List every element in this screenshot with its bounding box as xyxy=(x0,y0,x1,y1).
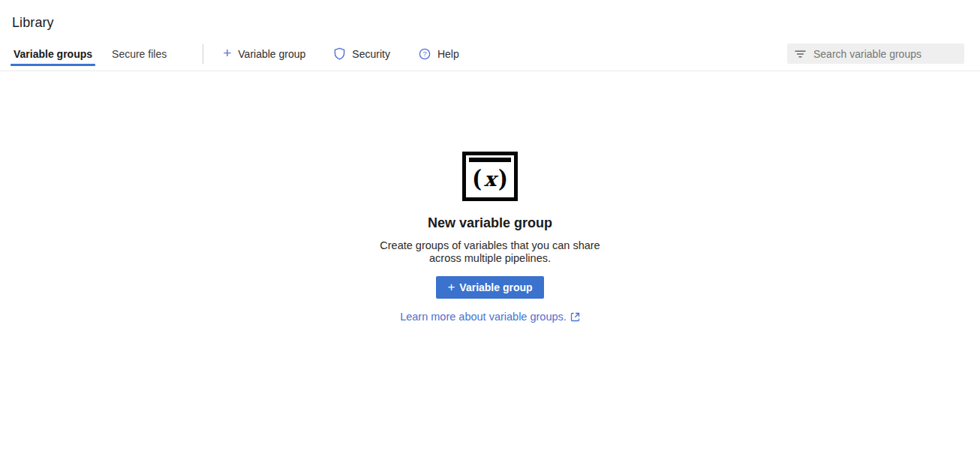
page-title: Library xyxy=(12,15,980,31)
tab-secure-files[interactable]: Secure files xyxy=(109,41,170,66)
tab-variable-groups[interactable]: Variable groups xyxy=(11,41,95,66)
tab-list: Variable groups Secure files xyxy=(11,41,183,66)
search-box xyxy=(787,44,964,64)
variable-groups-empty-state: ( x ) New variable group Create groups o… xyxy=(0,152,980,323)
variable-group-button[interactable]: + Variable group xyxy=(436,276,543,299)
external-link-icon xyxy=(570,312,580,322)
plus-icon: + xyxy=(223,46,231,60)
learn-more-link-label: Learn more about variable groups. xyxy=(400,311,567,323)
learn-more-link[interactable]: Learn more about variable groups. xyxy=(400,311,580,323)
tab-variable-groups-label: Variable groups xyxy=(14,48,92,60)
svg-text:?: ? xyxy=(422,50,426,58)
empty-state-title: New variable group xyxy=(428,215,552,231)
plus-icon: + xyxy=(447,281,455,293)
library-header: Library Variable groups Secure files + V… xyxy=(0,0,980,71)
search-input[interactable] xyxy=(813,48,957,60)
tab-command-bar: Variable groups Secure files + Variable … xyxy=(0,41,980,66)
security-command[interactable]: Security xyxy=(334,47,390,60)
security-command-label: Security xyxy=(352,48,390,60)
tab-secure-files-label: Secure files xyxy=(112,48,167,60)
empty-state-description: Create groups of variables that you can … xyxy=(380,239,600,265)
shield-icon xyxy=(334,47,345,60)
empty-state-description-line1: Create groups of variables that you can … xyxy=(380,239,600,252)
help-command[interactable]: ? Help xyxy=(419,48,459,60)
new-variable-group-command[interactable]: + Variable group xyxy=(223,47,305,61)
help-command-label: Help xyxy=(437,48,459,60)
variable-group-window-icon: ( x ) xyxy=(462,152,518,201)
command-group: + Variable group Security ? xyxy=(223,47,488,61)
variable-group-button-label: Variable group xyxy=(459,281,532,293)
variable-x-glyph: ( x ) xyxy=(466,162,514,197)
empty-state-description-line2: across multiple pipelines. xyxy=(380,252,600,265)
header-separator xyxy=(0,71,980,71)
filter-icon xyxy=(795,50,806,59)
toolbar-divider xyxy=(203,44,203,64)
help-circle-icon: ? xyxy=(419,48,431,60)
new-variable-group-command-label: Variable group xyxy=(238,48,305,60)
